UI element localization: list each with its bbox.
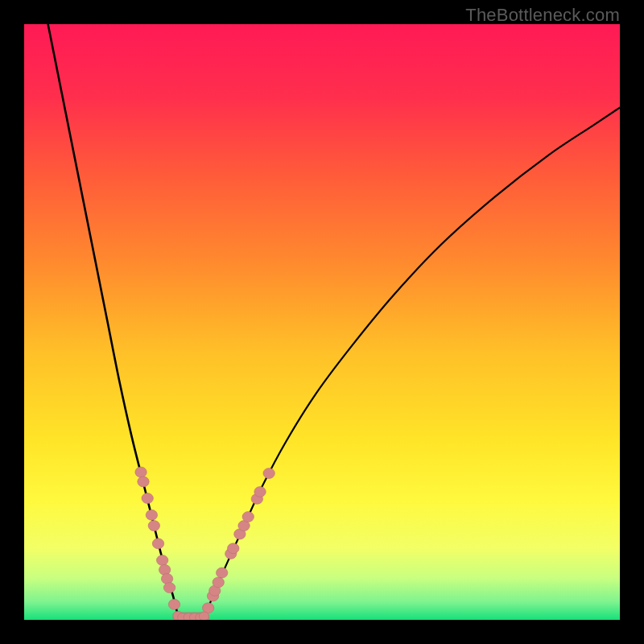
marker-floor-5 (199, 612, 208, 620)
marker-right-12 (263, 468, 275, 478)
marker-left-6 (156, 555, 167, 566)
marker-left-4 (148, 521, 159, 531)
marker-right-6 (228, 543, 239, 554)
marker-left-7 (159, 564, 170, 575)
chart-stage: TheBottleneck.com (0, 0, 644, 644)
marker-right-9 (242, 512, 254, 522)
marker-right-3 (213, 577, 224, 588)
marker-left-8 (161, 573, 172, 584)
marker-left-3 (146, 510, 157, 520)
marker-left-10 (168, 599, 180, 609)
curves-layer (24, 24, 620, 620)
plot-area (24, 24, 620, 620)
watermark-text: TheBottleneck.com (465, 5, 620, 26)
curve-left-curve (48, 24, 180, 620)
marker-right-11 (254, 486, 266, 497)
marker-left-2 (142, 493, 153, 504)
marker-left-0 (135, 467, 147, 477)
marker-left-5 (152, 539, 163, 549)
curve-right-curve (203, 108, 620, 620)
marker-left-1 (138, 477, 149, 487)
marker-right-4 (216, 568, 227, 578)
marker-left-9 (163, 583, 175, 593)
